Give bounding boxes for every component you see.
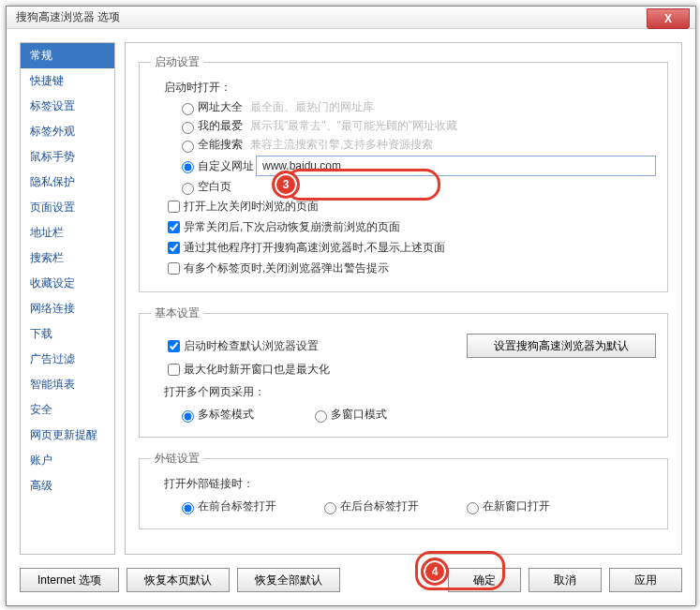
startup-group: 启动设置 启动时打开： 网址大全 最全面、最热门的网址库 我的最爱 展示我"最常… — [139, 54, 668, 292]
cb-check-default-label: 启动时检查默认浏览器设置 — [184, 338, 319, 354]
sidebar-item-favorites[interactable]: 收藏设定 — [21, 271, 114, 296]
sidebar-item-tab-appearance[interactable]: 标签外观 — [21, 119, 114, 144]
ext-open-label: 打开外部链接时： — [164, 476, 656, 492]
set-default-button[interactable]: 设置搜狗高速浏览器为默认 — [467, 334, 656, 358]
radio-custom-url-label: 自定义网址 — [198, 158, 256, 174]
radio-url-all[interactable] — [182, 103, 194, 115]
radio-blank[interactable] — [182, 183, 194, 195]
apply-button[interactable]: 应用 — [609, 568, 682, 592]
sidebar-item-general[interactable]: 常规 — [21, 43, 114, 68]
cb-external-open-label: 通过其他程序打开搜狗高速浏览器时,不显示上述页面 — [184, 240, 445, 256]
ext-link-group: 外链设置 打开外部链接时： 在前台标签打开 在后台标签打开 在新窗口打开 — [139, 451, 668, 529]
cb-open-last[interactable] — [168, 201, 180, 213]
ok-button[interactable]: 确定 — [448, 568, 521, 592]
radio-open-new-label: 在新窗口打开 — [483, 498, 550, 514]
cb-close-warning[interactable] — [168, 262, 180, 275]
sidebar-item-download[interactable]: 下载 — [21, 321, 114, 347]
sidebar-item-advanced[interactable]: 高级 — [21, 473, 114, 498]
sidebar-item-page-settings[interactable]: 页面设置 — [21, 195, 114, 220]
sidebar-item-tab-settings[interactable]: 标签设置 — [21, 94, 114, 119]
reset-page-button[interactable]: 恢复本页默认 — [127, 568, 230, 592]
radio-all-search-label: 全能搜索 — [198, 137, 243, 153]
close-icon: X — [664, 12, 672, 25]
hint-my-fav: 展示我"最常去"、"最可能光顾的"网址收藏 — [250, 118, 457, 134]
basic-legend: 基本设置 — [151, 305, 203, 321]
radio-my-fav[interactable] — [182, 122, 194, 134]
sidebar-item-ad-filter[interactable]: 广告过滤 — [21, 347, 114, 372]
radio-multi-tab-label: 多标签模式 — [198, 407, 254, 423]
annotation-badge-3: 3 — [272, 171, 300, 199]
radio-open-new[interactable] — [467, 502, 479, 514]
basic-group: 基本设置 启动时检查默认浏览器设置 设置搜狗高速浏览器为默认 最大化时新开窗口也… — [139, 305, 668, 438]
cb-max-new-win[interactable] — [168, 364, 180, 376]
startup-legend: 启动设置 — [151, 54, 203, 70]
radio-open-front[interactable] — [182, 502, 194, 514]
radio-multi-win[interactable] — [315, 410, 327, 423]
sidebar-item-search-bar[interactable]: 搜索栏 — [21, 245, 114, 271]
window-title: 搜狗高速浏览器 选项 — [16, 9, 120, 25]
title-bar: 搜狗高速浏览器 选项 — [7, 7, 695, 29]
close-button[interactable]: X — [647, 8, 690, 29]
sidebar-item-privacy[interactable]: 隐私保护 — [21, 170, 114, 195]
sidebar: 常规 快捷键 标签设置 标签外观 鼠标手势 隐私保护 页面设置 地址栏 搜索栏 … — [20, 42, 115, 555]
internet-options-button[interactable]: Internet 选项 — [20, 568, 119, 592]
hint-url-all: 最全面、最热门的网址库 — [250, 99, 374, 115]
hint-all-search: 兼容主流搜索引擎,支持多种资源搜索 — [250, 137, 433, 153]
sidebar-item-network[interactable]: 网络连接 — [21, 296, 114, 321]
radio-my-fav-label: 我的最爱 — [198, 118, 243, 134]
multi-page-label: 打开多个网页采用： — [164, 384, 656, 400]
radio-multi-win-label: 多窗口模式 — [331, 407, 387, 423]
radio-url-all-label: 网址大全 — [198, 99, 243, 115]
sidebar-item-shortcuts[interactable]: 快捷键 — [21, 68, 114, 94]
cb-max-new-win-label: 最大化时新开窗口也是最大化 — [184, 362, 330, 378]
custom-url-input[interactable] — [256, 156, 656, 176]
sidebar-item-account[interactable]: 账户 — [21, 448, 114, 473]
radio-custom-url[interactable] — [182, 161, 194, 173]
sidebar-item-mouse-gesture[interactable]: 鼠标手势 — [21, 144, 114, 170]
cb-open-last-label: 打开上次关闭时浏览的页面 — [184, 199, 319, 215]
sidebar-item-update-notify[interactable]: 网页更新提醒 — [21, 423, 114, 448]
cb-check-default[interactable] — [168, 340, 180, 352]
main-panel: 启动设置 启动时打开： 网址大全 最全面、最热门的网址库 我的最爱 展示我"最常… — [125, 42, 682, 555]
annotation-badge-4: 4 — [421, 558, 449, 586]
cb-external-open[interactable] — [168, 242, 180, 254]
cb-close-warning-label: 有多个标签页时,关闭浏览器弹出警告提示 — [184, 260, 389, 276]
ext-legend: 外链设置 — [151, 451, 203, 467]
reset-all-button[interactable]: 恢复全部默认 — [237, 568, 340, 592]
cb-restore-crash-label: 异常关闭后,下次启动恢复崩溃前浏览的页面 — [184, 219, 400, 235]
sidebar-item-security[interactable]: 安全 — [21, 397, 114, 423]
bottom-bar: Internet 选项 恢复本页默认 恢复全部默认 确定 取消 应用 — [7, 568, 695, 605]
radio-open-front-label: 在前台标签打开 — [198, 498, 276, 514]
sidebar-item-address-bar[interactable]: 地址栏 — [21, 220, 114, 245]
radio-all-search[interactable] — [182, 141, 194, 153]
startup-open-label: 启动时打开： — [164, 80, 656, 96]
radio-open-back[interactable] — [324, 502, 336, 514]
cancel-button[interactable]: 取消 — [529, 568, 602, 592]
radio-open-back-label: 在后台标签打开 — [340, 498, 419, 514]
radio-multi-tab[interactable] — [182, 410, 194, 423]
sidebar-item-form-fill[interactable]: 智能填表 — [21, 372, 114, 397]
radio-blank-label: 空白页 — [198, 179, 231, 195]
cb-restore-crash[interactable] — [168, 221, 180, 233]
